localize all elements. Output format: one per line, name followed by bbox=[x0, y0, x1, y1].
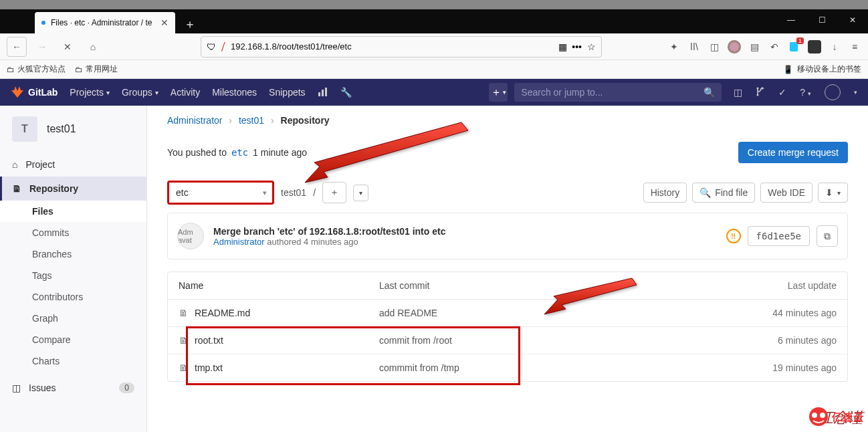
sidebar-item-issues[interactable]: ◫ Issues 0 bbox=[0, 376, 146, 400]
bookmark-folder[interactable]: 🗀常用网址 bbox=[75, 64, 118, 75]
svg-rect-3 bbox=[322, 90, 324, 96]
avatar-ext-icon[interactable] bbox=[728, 40, 741, 53]
nav-activity[interactable]: Activity bbox=[171, 87, 200, 98]
more-icon[interactable]: ••• bbox=[572, 41, 582, 52]
user-avatar[interactable] bbox=[825, 84, 841, 100]
nav-projects[interactable]: Projects ▾ bbox=[70, 87, 110, 98]
history-button[interactable]: History bbox=[643, 183, 687, 203]
sidebar-icon[interactable]: ◫ bbox=[708, 40, 721, 53]
maximize-icon[interactable]: ☐ bbox=[806, 9, 837, 31]
sidebar-sub-commits[interactable]: Commits bbox=[0, 222, 146, 243]
library-icon[interactable]: ⅼⅼ\ bbox=[687, 40, 701, 53]
chevron-down-icon: ▾ bbox=[155, 89, 158, 96]
sidebar-item-label: Issues bbox=[29, 383, 56, 393]
commit-author-link[interactable]: Administrator bbox=[213, 237, 265, 247]
nav-snippets[interactable]: Snippets bbox=[269, 87, 305, 98]
svg-rect-2 bbox=[318, 92, 320, 96]
svg-point-5 bbox=[757, 87, 759, 89]
mobile-icon: 📱 bbox=[783, 65, 793, 74]
url-text: 192.168.1.8/root/test01/tree/etc bbox=[231, 41, 553, 51]
star-icon[interactable]: ☆ bbox=[587, 41, 596, 52]
shield-icon: 🛡 bbox=[207, 41, 216, 52]
sidebar-item-repository[interactable]: 🗎 Repository bbox=[0, 177, 146, 201]
breadcrumb: Administrator › test01 › Repository bbox=[167, 115, 848, 126]
file-last-update: 44 minutes ago bbox=[736, 308, 837, 318]
table-row[interactable]: 🗎README.md add README 44 minutes ago bbox=[168, 300, 847, 327]
browser-tab[interactable]: Files · etc · Administrator / te ✕ bbox=[35, 12, 175, 33]
dark-ext-icon[interactable] bbox=[808, 40, 821, 53]
add-file-button[interactable]: ＋ bbox=[322, 182, 346, 203]
breadcrumb-link[interactable]: Administrator bbox=[167, 115, 222, 126]
download-icon[interactable]: ↓ bbox=[828, 40, 841, 53]
file-last-commit[interactable]: add README bbox=[379, 308, 736, 318]
more-dropdown[interactable]: ▾ bbox=[353, 185, 368, 201]
project-avatar: T bbox=[12, 116, 37, 142]
sidebar-sub-branches[interactable]: Branches bbox=[0, 243, 146, 265]
sidebar-sub-compare[interactable]: Compare bbox=[0, 329, 146, 350]
chevron-down-icon: ▾ bbox=[359, 189, 362, 197]
chevron-right-icon: › bbox=[229, 115, 232, 126]
window-close-icon[interactable]: ✕ bbox=[837, 9, 868, 31]
sidebar-sub-tags[interactable]: Tags bbox=[0, 265, 146, 286]
flag-ext-icon[interactable]: 1 bbox=[788, 40, 801, 53]
url-bar[interactable]: 🛡 ⧸ 192.168.1.8/root/test01/tree/etc ▦ •… bbox=[201, 36, 602, 58]
extensions-icon[interactable]: ✦ bbox=[667, 40, 681, 53]
search-box[interactable]: 🔍 bbox=[514, 83, 722, 102]
repository-icon: 🗎 bbox=[12, 183, 21, 194]
file-last-update: 19 minutes ago bbox=[736, 362, 837, 373]
browser-tab-bar: Files · etc · Administrator / te ✕ ＋ — ☐… bbox=[0, 9, 868, 33]
commit-sha[interactable]: f6d1ee5e bbox=[748, 226, 810, 246]
minimize-icon[interactable]: — bbox=[776, 9, 806, 31]
path-root[interactable]: test01 bbox=[281, 187, 306, 198]
folder-icon: 🗀 bbox=[7, 65, 15, 74]
qr-icon[interactable]: ▦ bbox=[558, 41, 566, 52]
toolbar-right: ✦ ⅼⅼ\ ◫ ▤ ↶ 1 ↓ ≡ bbox=[667, 40, 861, 53]
issues-icon[interactable]: ◫ bbox=[734, 87, 742, 98]
branch-selector[interactable]: etc bbox=[167, 181, 274, 205]
commit-title[interactable]: Merge branch 'etc' of 192.168.1.8:root/t… bbox=[213, 226, 445, 237]
new-dropdown[interactable]: ＋ ▾ bbox=[489, 83, 508, 102]
sidebar-sub-charts[interactable]: Charts bbox=[0, 350, 146, 372]
copy-sha-button[interactable]: ⧉ bbox=[817, 225, 838, 247]
create-merge-request-button[interactable]: Create merge request bbox=[738, 142, 848, 163]
col-name-header: Name bbox=[179, 280, 379, 291]
sidebar-sub-files[interactable]: Files bbox=[0, 201, 146, 222]
file-name[interactable]: README.md bbox=[195, 308, 250, 318]
path-sep: / bbox=[313, 187, 316, 198]
svg-marker-1 bbox=[11, 86, 23, 98]
breadcrumb-current: Repository bbox=[281, 115, 330, 126]
web-ide-button[interactable]: Web IDE bbox=[760, 183, 812, 203]
find-file-button[interactable]: 🔍Find file bbox=[692, 183, 755, 203]
pipeline-status-icon[interactable]: !! bbox=[726, 229, 741, 243]
search-input[interactable] bbox=[521, 87, 703, 98]
close-icon[interactable]: ✕ bbox=[160, 17, 169, 28]
nav-stats-icon[interactable] bbox=[318, 87, 328, 98]
sidebar-sub-graph[interactable]: Graph bbox=[0, 308, 146, 329]
home-button[interactable]: ⌂ bbox=[83, 37, 103, 57]
back-button[interactable]: ← bbox=[7, 37, 27, 57]
tab-loading-dot-icon bbox=[41, 21, 45, 25]
undo-ext-icon[interactable]: ↶ bbox=[768, 40, 781, 53]
sidebar-item-project[interactable]: ⌂ Project bbox=[0, 152, 146, 177]
nav-admin-icon[interactable]: 🔧 bbox=[340, 87, 352, 98]
push-branch[interactable]: etc bbox=[229, 146, 250, 158]
forward-button[interactable]: → bbox=[32, 37, 52, 57]
sidebar-project-header[interactable]: T test01 bbox=[0, 106, 146, 152]
new-tab-button[interactable]: ＋ bbox=[181, 15, 199, 33]
help-icon[interactable]: ? ▾ bbox=[800, 87, 811, 98]
nav-groups[interactable]: Groups ▾ bbox=[122, 87, 158, 98]
bookmark-folder[interactable]: 🗀火狐官方站点 bbox=[7, 64, 66, 75]
sidebar-sub-contributors[interactable]: Contributors bbox=[0, 286, 146, 308]
bookmark-right[interactable]: 📱移动设备上的书签 bbox=[783, 64, 861, 75]
nav-milestones[interactable]: Milestones bbox=[212, 87, 257, 98]
stop-button[interactable]: ✕ bbox=[58, 37, 78, 57]
grid-ext-icon[interactable]: ▤ bbox=[748, 40, 761, 53]
gitlab-logo[interactable]: GitLab bbox=[11, 86, 58, 99]
download-button[interactable]: ⬇ ▾ bbox=[818, 183, 848, 203]
merge-icon[interactable] bbox=[756, 87, 765, 98]
todos-icon[interactable]: ✓ bbox=[778, 87, 786, 98]
menu-icon[interactable]: ≡ bbox=[848, 40, 861, 53]
breadcrumb-link[interactable]: test01 bbox=[239, 115, 264, 126]
browser-toolbar: ← → ✕ ⌂ 🛡 ⧸ 192.168.1.8/root/test01/tree… bbox=[0, 33, 868, 60]
svg-rect-4 bbox=[325, 88, 327, 96]
